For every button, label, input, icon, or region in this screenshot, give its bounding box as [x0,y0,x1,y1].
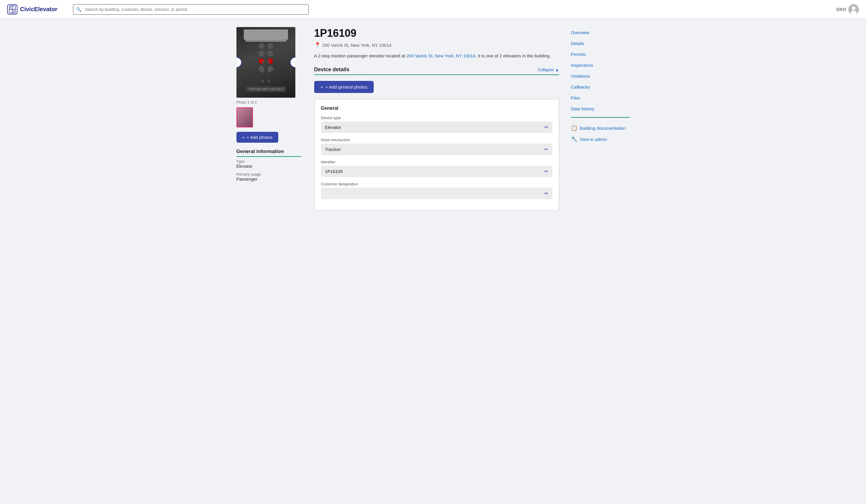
device-type-label: Device type [321,116,552,120]
type-label: Type [236,159,301,163]
collapse-button[interactable]: Collapse ▲ [538,67,559,72]
type-field: Type Elevator [236,159,301,169]
nav-link-overview[interactable]: Overview [571,27,630,38]
center-panel: 1P16109 📍 200 Varick St, New York, NY 10… [308,27,565,211]
logo-text: CivicElevator [20,6,57,13]
plus-icon: + [242,135,245,140]
device-type-value-row: Elevator ✏ [321,122,552,133]
left-panel: FOR FIRE DEPT USE ONLY ← → Photo 1 of 1 … [236,27,301,211]
description-suffix: . It is one of 2 elevators in the buildi… [476,53,551,58]
device-id: 1P16109 [314,27,559,39]
hoist-value: Traction [325,147,341,152]
nav-link-inspections[interactable]: Inspections [571,60,630,71]
avatar[interactable] [848,4,859,15]
hoist-value-row: Traction ✏ [321,144,552,155]
hoist-field: Hoist mechanism Traction ✏ [321,138,552,155]
nav-link-files[interactable]: Files [571,92,630,103]
search-icon: 🔍 [76,7,81,12]
user-name: DXO [836,7,846,12]
view-in-admin-label: View in admin [580,137,607,142]
elevator-photo: FOR FIRE DEPT USE ONLY [236,27,295,98]
nav-link-permits[interactable]: Permits [571,49,630,60]
device-type-field: Device type Elevator ✏ [321,116,552,133]
details-card: General Device type Elevator ✏ Hoist mec… [314,99,559,211]
hoist-label: Hoist mechanism [321,138,552,142]
svg-rect-5 [13,10,15,12]
hoist-edit-icon[interactable]: ✏ [544,147,548,152]
address-row: 📍 200 Varick St, New York, NY 10014 [314,42,559,48]
header: CivicElevator 🔍 DXO [0,0,866,19]
usage-label: Primary usage [236,172,301,176]
device-type-value: Elevator [325,125,341,130]
building-docs-link[interactable]: 📋 Building documentation [571,123,630,134]
add-general-plus-icon: + [321,84,323,90]
identifier-label: Identifier [321,160,552,164]
svg-rect-4 [10,7,12,9]
card-general-title: General [321,106,552,111]
usage-field: Primary usage Passenger [236,172,301,182]
logo-icon [7,4,18,15]
building-docs-icon: 📋 [571,125,577,131]
nav-divider [571,117,630,118]
identifier-value: 1P16109 [325,169,343,174]
logo-area: CivicElevator [7,4,66,15]
customer-designation-edit-icon[interactable]: ✏ [544,191,548,196]
right-panel: Overview Details Permits Inspections Vio… [565,27,630,211]
customer-designation-label: Customer designation [321,182,552,186]
device-details-title: Device details [314,67,349,73]
nav-link-violations[interactable]: Violations [571,71,630,81]
page-nav: Overview Details Permits Inspections Vio… [571,27,630,114]
photo-label: Photo 1 of 1 [236,100,295,104]
device-type-edit-icon[interactable]: ✏ [544,125,548,130]
type-value: Elevator [236,163,301,169]
photo-area: FOR FIRE DEPT USE ONLY ← → Photo 1 of 1 [236,27,295,127]
view-in-admin-link[interactable]: 🔧 View in admin [571,134,630,145]
svg-point-7 [852,7,855,10]
nav-link-callbacks[interactable]: Callbacks [571,81,630,92]
section-divider [314,75,559,75]
address-text: 200 Varick St, New York, NY 10014 [322,43,392,48]
add-photos-button[interactable]: + + Add photos [236,132,279,143]
add-photos-label: + Add photos [246,135,273,140]
collapse-label: Collapse [538,67,554,72]
nav-link-details[interactable]: Details [571,38,630,49]
description: A 2-stop traction passenger elevator loc… [314,53,559,59]
photo-thumbnail[interactable] [236,107,253,127]
add-general-photos-button[interactable]: + + Add general photos [314,81,374,93]
building-docs-label: Building documentation [580,126,626,130]
customer-designation-value-row: ✏ [321,188,552,199]
photo-container: FOR FIRE DEPT USE ONLY ← → [236,27,295,98]
main-content: FOR FIRE DEPT USE ONLY ← → Photo 1 of 1 … [227,19,639,219]
customer-designation-field: Customer designation ✏ [321,182,552,199]
usage-value: Passenger [236,176,301,182]
pin-icon: 📍 [314,42,321,48]
add-general-photos-label: + Add general photos [325,84,367,90]
nav-link-data-history[interactable]: Data history [571,103,630,114]
identifier-edit-icon[interactable]: ✏ [544,169,548,174]
search-bar: 🔍 [73,4,309,15]
section-header: Device details Collapse ▲ [314,67,559,73]
general-info-title: General information [236,149,301,157]
user-area: DXO [836,4,859,15]
address-link[interactable]: 200 Varick St, New York, NY 10014 [406,53,476,58]
collapse-icon: ▲ [555,67,559,72]
description-prefix: A 2-stop traction passenger elevator loc… [314,53,407,58]
view-in-admin-icon: 🔧 [571,136,577,142]
identifier-field: Identifier 1P16109 ✏ [321,160,552,177]
search-input[interactable] [73,4,309,15]
identifier-value-row: 1P16109 ✏ [321,165,552,177]
